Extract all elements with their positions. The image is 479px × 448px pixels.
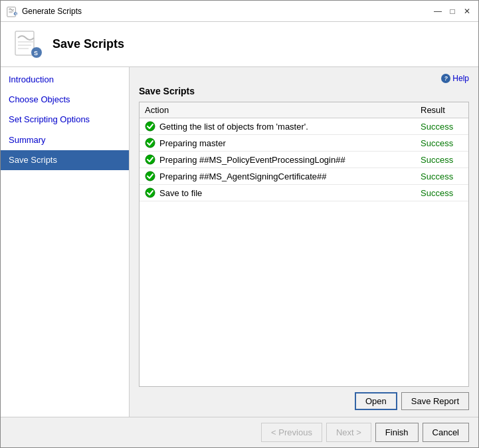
app-icon: S	[6, 5, 18, 17]
sidebar-item-choose-objects[interactable]: Choose Objects	[1, 90, 129, 110]
table-body: Getting the list of objects from 'master…	[140, 118, 468, 201]
action-cell: Preparing master	[140, 135, 415, 152]
sidebar-item-introduction[interactable]: Introduction	[1, 70, 129, 90]
result-cell: Success	[415, 118, 468, 135]
table-row: Preparing ##MS_AgentSigningCertificate##…	[140, 168, 468, 185]
action-cell: Preparing ##MS_AgentSigningCertificate##	[140, 168, 415, 185]
col-action-header: Action	[140, 102, 415, 118]
window-controls: — □ ✕	[432, 5, 473, 17]
titlebar: S Generate Scripts — □ ✕	[1, 1, 478, 22]
minimize-icon: —	[434, 7, 442, 16]
previous-button[interactable]: < Previous	[261, 423, 322, 442]
svg-rect-5	[15, 31, 34, 55]
footer: < Previous Next > Finish Cancel	[1, 417, 478, 447]
main-content: Introduction Choose Objects Set Scriptin…	[1, 67, 478, 417]
header-icon: S	[11, 29, 43, 60]
finish-button[interactable]: Finish	[375, 423, 419, 442]
save-report-button[interactable]: Save Report	[401, 392, 469, 410]
table-row: Preparing ##MS_PolicyEventProcessingLogi…	[140, 152, 468, 168]
result-cell: Success	[415, 152, 468, 168]
help-row: ? Help	[139, 74, 469, 83]
cancel-button[interactable]: Cancel	[423, 423, 469, 442]
success-icon	[145, 187, 155, 198]
sidebar-item-save-scripts[interactable]: Save Scripts	[1, 150, 129, 170]
sidebar: Introduction Choose Objects Set Scriptin…	[1, 67, 130, 417]
col-result-header: Result	[415, 102, 468, 118]
sidebar-item-set-scripting-options[interactable]: Set Scripting Options	[1, 110, 129, 130]
success-icon	[145, 138, 155, 148]
open-button[interactable]: Open	[355, 392, 397, 410]
header: S Save Scripts	[1, 22, 478, 67]
next-button: Next >	[326, 423, 371, 442]
table-row: Preparing master Success	[140, 135, 468, 152]
table-row: Getting the list of objects from 'master…	[140, 118, 468, 135]
close-icon: ✕	[464, 7, 470, 16]
section-title: Save Scripts	[139, 86, 469, 96]
table-header-row: Action Result	[140, 102, 468, 118]
action-cell: Save to file	[140, 185, 415, 201]
action-cell: Preparing ##MS_PolicyEventProcessingLogi…	[140, 152, 415, 168]
maximize-icon: □	[450, 7, 454, 16]
window-title: Generate Scripts	[22, 7, 432, 16]
maximize-button[interactable]: □	[446, 5, 458, 17]
close-button[interactable]: ✕	[461, 5, 473, 17]
result-cell: Success	[415, 185, 468, 201]
action-buttons: Open Save Report	[139, 392, 469, 410]
result-cell: Success	[415, 168, 468, 185]
success-icon	[145, 154, 155, 165]
svg-text:S: S	[15, 13, 17, 16]
header-title: Save Scripts	[52, 37, 124, 51]
help-link[interactable]: ? Help	[441, 74, 469, 83]
success-icon	[145, 171, 155, 181]
action-cell: Getting the list of objects from 'master…	[140, 118, 415, 135]
success-icon	[145, 121, 155, 132]
content-area: ? Help Save Scripts Action Result	[130, 67, 478, 417]
results-table-container: Action Result Getting the list of object…	[139, 102, 469, 387]
main-window: S Generate Scripts — □ ✕ S Save Scripts	[0, 0, 479, 448]
results-table: Action Result Getting the list of object…	[140, 102, 468, 201]
result-cell: Success	[415, 135, 468, 152]
svg-text:S: S	[34, 50, 38, 56]
minimize-button[interactable]: —	[432, 5, 444, 17]
sidebar-item-summary[interactable]: Summary	[1, 130, 129, 150]
help-icon: ?	[441, 74, 450, 83]
table-row: Save to file Success	[140, 185, 468, 201]
svg-rect-0	[7, 7, 16, 16]
